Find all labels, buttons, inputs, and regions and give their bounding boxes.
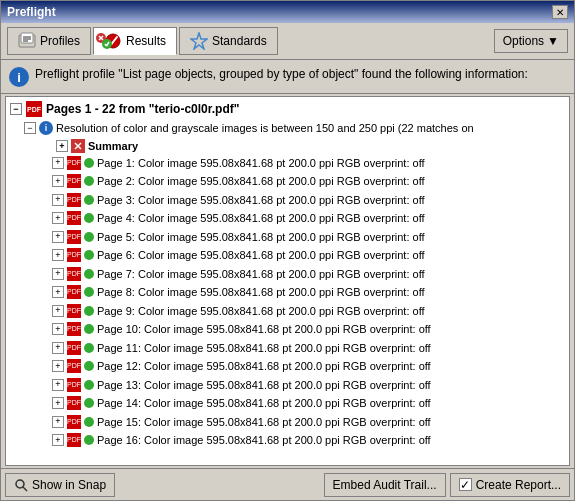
title-bar: Preflight ✕ [1,1,574,23]
list-item: + PDF Page 1: Color image 595.08x841.68 … [8,154,567,173]
info-bar: i Preflight profile "List page objects, … [1,60,574,94]
green-dot [84,417,94,427]
svg-point-18 [16,480,24,488]
tab-results-label: Results [126,34,166,48]
expand-page[interactable]: + [52,434,64,446]
expand-page[interactable]: + [52,231,64,243]
page-icon: PDF [67,193,81,207]
green-dot [84,158,94,168]
page-icon: PDF [67,359,81,373]
list-item: + PDF Page 2: Color image 595.08x841.68 … [8,172,567,191]
list-item: + PDF Page 4: Color image 595.08x841.68 … [8,209,567,228]
page-icon: PDF [67,341,81,355]
list-item: + PDF Page 9: Color image 595.08x841.68 … [8,302,567,321]
page-icon: PDF [67,267,81,281]
green-dot [84,361,94,371]
tree-header-label: Pages 1 - 22 from "terio-c0l0r.pdf" [46,102,239,116]
create-report-label: Create Report... [476,478,561,492]
close-button[interactable]: ✕ [552,5,568,19]
tab-standards[interactable]: Standards [179,27,278,55]
page-label: Page 7: Color image 595.08x841.68 pt 200… [97,266,425,283]
expand-page[interactable]: + [52,286,64,298]
page-label: Page 8: Color image 595.08x841.68 pt 200… [97,284,425,301]
page-icon: PDF [67,248,81,262]
tree-header: − PDF Pages 1 - 22 from "terio-c0l0r.pdf… [8,99,567,119]
svg-line-19 [23,487,27,491]
resolution-node: − i Resolution of color and grayscale im… [8,119,567,138]
expand-page[interactable]: + [52,157,64,169]
embed-audit-button[interactable]: Embed Audit Trail... [324,473,446,497]
green-dot [84,324,94,334]
expand-page[interactable]: + [52,416,64,428]
preflight-window: Preflight ✕ Profiles [0,0,575,501]
list-item: + PDF Page 5: Color image 595.08x841.68 … [8,228,567,247]
list-item: + PDF Page 10: Color image 595.08x841.68… [8,320,567,339]
options-label: Options [503,34,544,48]
expand-root[interactable]: − [10,103,22,115]
expand-page[interactable]: + [52,268,64,280]
page-label: Page 16: Color image 595.08x841.68 pt 20… [97,432,431,449]
pdf-icon: PDF [26,101,42,117]
info-icon: i [9,67,29,87]
expand-page[interactable]: + [52,212,64,224]
green-dot [84,195,94,205]
page-icon: PDF [67,211,81,225]
tab-profiles[interactable]: Profiles [7,27,91,55]
content-area: − PDF Pages 1 - 22 from "terio-c0l0r.pdf… [5,96,570,466]
list-item: + PDF Page 7: Color image 595.08x841.68 … [8,265,567,284]
options-arrow: ▼ [547,34,559,48]
expand-page[interactable]: + [52,397,64,409]
checkbox-icon: ✓ [459,478,472,491]
expand-page[interactable]: + [52,194,64,206]
expand-resolution[interactable]: − [24,122,36,134]
green-dot [84,250,94,260]
tab-standards-label: Standards [212,34,267,48]
expand-page[interactable]: + [52,305,64,317]
toolbar: Profiles R [1,23,574,60]
create-report-button[interactable]: ✓ Create Report... [450,473,570,497]
expand-page[interactable]: + [52,175,64,187]
svg-marker-15 [191,33,207,49]
page-icon: PDF [67,396,81,410]
green-dot [84,343,94,353]
expand-page[interactable]: + [52,379,64,391]
page-label: Page 2: Color image 595.08x841.68 pt 200… [97,173,425,190]
show-snap-label: Show in Snap [32,478,106,492]
tab-results[interactable]: Results [93,27,177,55]
page-icon: PDF [67,174,81,188]
page-label: Page 3: Color image 595.08x841.68 pt 200… [97,192,425,209]
expand-page[interactable]: + [52,323,64,335]
page-icon: PDF [67,285,81,299]
page-icon: PDF [67,415,81,429]
page-label: Page 4: Color image 595.08x841.68 pt 200… [97,210,425,227]
expand-page[interactable]: + [52,360,64,372]
embed-audit-label: Embed Audit Trail... [333,478,437,492]
results-icon [104,32,122,50]
page-icon: PDF [67,230,81,244]
page-label: Page 5: Color image 595.08x841.68 pt 200… [97,229,425,246]
list-item: + PDF Page 12: Color image 595.08x841.68… [8,357,567,376]
tab-profiles-label: Profiles [40,34,80,48]
list-item: + PDF Page 13: Color image 595.08x841.68… [8,376,567,395]
green-dot [84,306,94,316]
resolution-label: Resolution of color and grayscale images… [56,120,474,137]
page-label: Page 6: Color image 595.08x841.68 pt 200… [97,247,425,264]
summary-label: Summary [88,140,138,152]
green-dot [84,269,94,279]
green-dot [84,287,94,297]
expand-summary[interactable]: + [56,140,68,152]
list-item: + PDF Page 16: Color image 595.08x841.68… [8,431,567,450]
page-label: Page 9: Color image 595.08x841.68 pt 200… [97,303,425,320]
tree-scroll[interactable]: − PDF Pages 1 - 22 from "terio-c0l0r.pdf… [6,97,569,465]
green-dot [84,213,94,223]
expand-page[interactable]: + [52,249,64,261]
window-title: Preflight [7,5,56,19]
green-dot [84,380,94,390]
list-item: + PDF Page 15: Color image 595.08x841.68… [8,413,567,432]
page-label: Page 13: Color image 595.08x841.68 pt 20… [97,377,431,394]
list-item: + PDF Page 11: Color image 595.08x841.68… [8,339,567,358]
show-snap-button[interactable]: Show in Snap [5,473,115,497]
options-button[interactable]: Options ▼ [494,29,568,53]
expand-page[interactable]: + [52,342,64,354]
list-item: + PDF Page 3: Color image 595.08x841.68 … [8,191,567,210]
